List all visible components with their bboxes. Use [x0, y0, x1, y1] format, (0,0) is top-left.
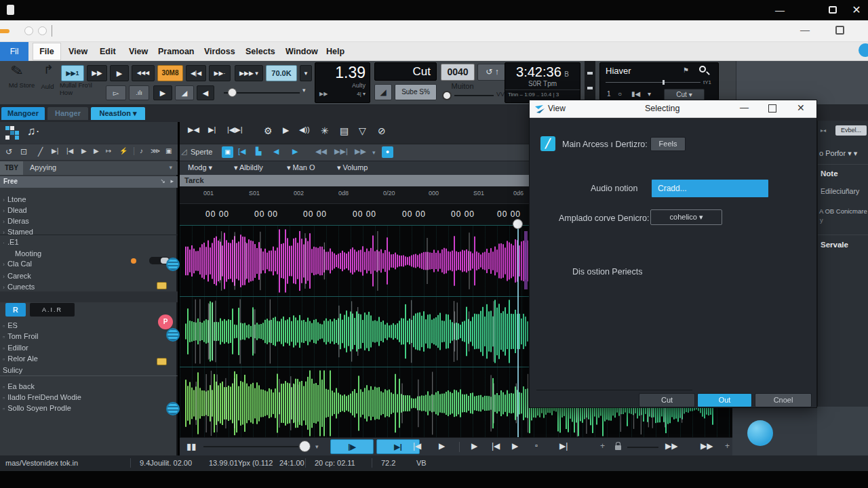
app-maximize-button[interactable] [835, 26, 844, 35]
rew-small-icon[interactable]: ◀◀ [315, 147, 327, 156]
curve-arrow-icon[interactable]: ↱ [43, 62, 54, 77]
dialog-close-button[interactable]: ✕ [797, 102, 805, 113]
play-button[interactable]: ▶ [110, 65, 129, 81]
list-item[interactable]: ▫Tom Froil [3, 331, 180, 342]
ffwd-button[interactable]: ▶▶ [87, 65, 107, 81]
app-minimize-button[interactable]: — [800, 24, 810, 35]
free-collapse-icon[interactable]: ↘ [160, 178, 165, 184]
menu-help[interactable]: Help [326, 42, 344, 61]
list-item[interactable]: ›Cunects [3, 281, 180, 292]
zoom-in-button[interactable]: + [725, 441, 730, 451]
prev-icon[interactable]: ◀ [273, 147, 279, 156]
dropdown-volump[interactable]: ▾ Volump [337, 163, 368, 172]
orange-30m8-button[interactable]: 30M8 [157, 65, 183, 81]
skip-end-icon[interactable]: ▶| [208, 125, 216, 134]
play-button[interactable]: ▶ [439, 441, 445, 451]
nav-back-circle-icon[interactable] [24, 26, 33, 35]
list-item[interactable]: ›Dleras [3, 216, 180, 226]
step-icon[interactable]: ↦ [106, 147, 111, 155]
track-handle[interactable] [166, 402, 180, 415]
bolt-icon[interactable]: ⚡ [119, 147, 127, 155]
skip-start-icon[interactable]: |◀ [66, 147, 73, 155]
funnel-icon[interactable]: ▽ [359, 125, 366, 136]
pointer-tool-button[interactable]: ▻ [106, 85, 126, 100]
dialog-out-button[interactable]: Out [697, 393, 752, 407]
menu-file[interactable]: File [33, 43, 61, 60]
collapse-icon[interactable]: ▶◀ [188, 125, 199, 134]
collapse-arrows-icon[interactable]: ▸◂ [821, 127, 826, 134]
chevrons-icon[interactable]: ⋙ [151, 147, 160, 155]
skip-start-button[interactable]: |◀ [413, 441, 421, 451]
playhead-knob[interactable] [513, 219, 523, 229]
evbel-button[interactable]: Evbel... [835, 125, 867, 136]
slider-dropdown-icon[interactable]: ▾ [302, 87, 306, 94]
air-button[interactable]: A.I.R [30, 303, 75, 317]
menu-virdoss[interactable]: Virdoss [204, 42, 235, 61]
gear-icon[interactable]: ⚙ [264, 125, 273, 136]
menu-edit[interactable]: Edit [100, 42, 116, 61]
skip-start-button-2[interactable]: |◀ [492, 441, 500, 451]
free-expand-icon[interactable]: ▸ [170, 178, 174, 184]
skip-button[interactable]: ▶▶· [209, 65, 231, 81]
mode-marker-icon[interactable]: ▮◀ [631, 90, 640, 98]
skip-end-button[interactable]: ▶| [559, 441, 568, 451]
mode-oval-icon[interactable]: ○ [618, 90, 622, 98]
tab-mangoer[interactable]: Mangoer [1, 107, 45, 120]
zoom-slider-track[interactable] [627, 447, 658, 448]
window-minimize-button[interactable]: — [770, 3, 790, 18]
fade-button[interactable]: ◢ [374, 84, 392, 100]
fade-tool-button[interactable]: ◢ [175, 85, 194, 100]
track-handle[interactable] [166, 258, 180, 271]
muiton-slider-track[interactable] [454, 95, 494, 96]
list-item[interactable]: ▫Iladlo FreiDend Wodie [3, 392, 180, 403]
search-slider-thumb[interactable] [663, 80, 665, 85]
seek-slider-track[interactable] [203, 446, 298, 447]
feels-button[interactable]: Feels [650, 137, 686, 151]
menu-selects[interactable]: Selects [245, 42, 275, 61]
menu-window[interactable]: Window [285, 42, 318, 61]
no-loop-icon[interactable]: ⊘ [378, 125, 386, 136]
next-icon[interactable]: ▶ [292, 147, 298, 156]
dialog-cut-button[interactable]: Cut [639, 393, 695, 407]
dropdown-mano[interactable]: ▾ Man O [287, 163, 315, 172]
porfor-dropdown[interactable]: o Porfor ▾ ▾ [819, 149, 857, 158]
main-access-checkbox[interactable]: ╱ [540, 136, 555, 151]
record-ready-button[interactable]: R [5, 303, 26, 317]
stop-button[interactable]: ▫ [535, 441, 538, 449]
muiton-knob[interactable] [442, 91, 452, 100]
list-item[interactable]: ›Stamed [3, 226, 180, 237]
tempo-ff-icon[interactable]: ▶▶ [319, 91, 328, 97]
monitor-icon-button[interactable]: ▣ [222, 146, 233, 158]
draw-tool-icon[interactable]: ╱ [38, 147, 43, 157]
play2-button[interactable]: ▶ [153, 85, 172, 100]
import-icon[interactable]: ⊡ [20, 147, 27, 157]
list-item[interactable]: ▫Relor Ale [3, 353, 180, 364]
meter-tool-button[interactable]: .ılı [129, 85, 149, 100]
play-from-button[interactable]: |▶ [330, 439, 374, 454]
back-button[interactable]: ◀|◀ [186, 65, 206, 81]
pixel-grid-icon[interactable] [5, 126, 19, 140]
play-button-3[interactable]: ▶ [512, 441, 518, 451]
ffwd-end-icon[interactable]: ▶▶| [334, 147, 348, 156]
denicro-select[interactable]: cohelico ▾ [650, 209, 722, 225]
list-item[interactable]: Sulicy [3, 365, 180, 375]
fff-dropdown-button[interactable]: ▶▶▶ ▾ [235, 65, 263, 81]
mode-dropdown-icon[interactable]: ▾ [648, 90, 651, 98]
rewind-button[interactable]: ◀◀◀ [132, 65, 155, 81]
track-handle[interactable] [166, 328, 180, 342]
list-item[interactable]: ›Dlead [3, 205, 180, 216]
seek-slider-knob[interactable] [299, 441, 311, 452]
fast-forward-button[interactable]: ▶▶ [665, 441, 677, 451]
tab-hanger[interactable]: Hanger [47, 107, 88, 120]
loop-return-buttons[interactable]: ↺ ↑ [477, 64, 507, 81]
ffwd1-button[interactable]: ▶▶1 [61, 65, 84, 81]
notes-icon[interactable]: ♫· [27, 125, 39, 138]
list-item[interactable]: ▫ES [3, 320, 180, 331]
account-circle-icon[interactable] [859, 43, 868, 57]
play-button-2[interactable]: ▶ [471, 441, 477, 451]
play-icon[interactable]: ▶ [283, 125, 289, 135]
filter-value[interactable]: Apyying [30, 163, 56, 171]
inspector-item[interactable]: Edileciuñary [821, 187, 859, 195]
pause-button[interactable]: ▮▮ [186, 441, 196, 451]
list-item[interactable]: ▫Edillor [3, 342, 180, 353]
